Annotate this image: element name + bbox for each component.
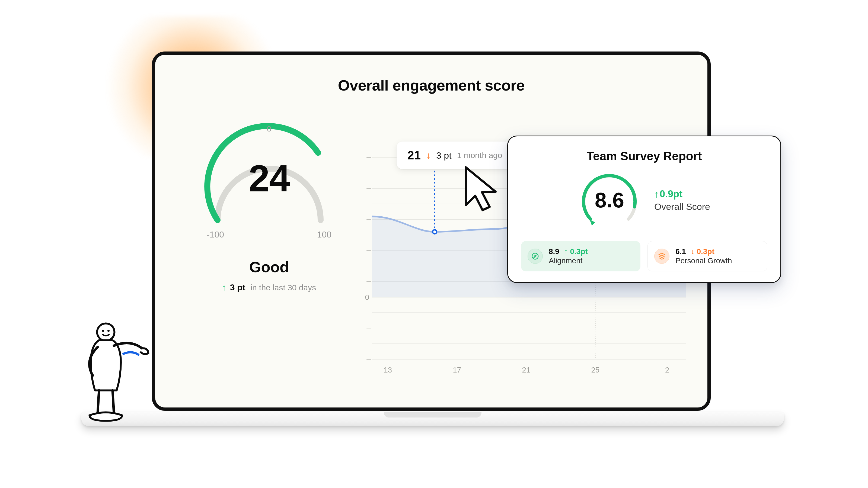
gauge-value: 24: [182, 156, 356, 200]
arrow-down-icon: ↓: [426, 150, 431, 161]
x-tick: 25: [591, 366, 600, 374]
arrow-up-icon: ↑: [222, 283, 226, 292]
metric-value-row: 8.9 ↑ 0.3pt: [549, 247, 588, 256]
arrow-up-icon: ↑: [654, 188, 659, 199]
gauge-max-label: 100: [317, 230, 332, 240]
cursor-icon: [460, 165, 509, 216]
tooltip-time: 1 month ago: [457, 151, 502, 160]
x-tick: 17: [453, 366, 461, 374]
svg-point-25: [532, 253, 538, 259]
metric-value-row: 6.1 ↓ 0.3pt: [675, 247, 732, 256]
gauge-delta-value: 3 pt: [230, 283, 246, 292]
y-zero-label: 0: [365, 293, 369, 301]
page-title: Overall engagement score: [161, 76, 702, 94]
metric-name: Personal Growth: [675, 257, 732, 265]
tooltip-delta: 3 pt: [436, 150, 452, 161]
mascot-person-icon: [73, 320, 155, 428]
arrow-up-icon: ↑ 0.3pt: [564, 247, 588, 256]
gauge-period: in the last 30 days: [250, 283, 316, 292]
engagement-gauge: 0 24 -100 100 Good ↑ 3 pt in the last 30…: [182, 123, 356, 236]
survey-overall-label: Overall Score: [654, 201, 710, 212]
survey-card-title: Team Survey Report: [521, 150, 767, 163]
gauge-delta: ↑ 3 pt in the last 30 days: [182, 283, 356, 293]
survey-metric-row: 8.9 ↑ 0.3pt Alignment 6.1 ↓ 0.3pt Person…: [521, 241, 767, 271]
survey-score-gauge: 8.6: [578, 169, 641, 231]
x-tick: 2: [665, 366, 669, 374]
svg-point-24: [433, 230, 436, 233]
team-survey-card[interactable]: Team Survey Report 8.6 ↑0.9pt Overall Sc…: [507, 135, 781, 283]
survey-overall: ↑0.9pt Overall Score: [654, 188, 710, 212]
tooltip-value: 21: [407, 149, 421, 162]
survey-score-value: 8.6: [578, 169, 641, 231]
metric-card-personal-growth[interactable]: 6.1 ↓ 0.3pt Personal Growth: [648, 241, 767, 271]
gauge-min-label: -100: [207, 230, 224, 240]
survey-score-row: 8.6 ↑0.9pt Overall Score: [521, 169, 767, 231]
gauge-top-label: 0: [182, 124, 356, 133]
survey-overall-delta: ↑0.9pt: [654, 188, 710, 200]
metric-card-alignment[interactable]: 8.9 ↑ 0.3pt Alignment: [521, 241, 641, 271]
svg-point-27: [102, 330, 104, 332]
laptop-base: [82, 412, 784, 426]
laptop-notch: [384, 412, 482, 418]
compass-icon: [528, 249, 543, 264]
svg-point-28: [107, 330, 110, 332]
x-tick: 21: [522, 366, 531, 374]
x-tick: 13: [383, 366, 392, 374]
gauge-caption: Good: [182, 258, 356, 276]
svg-point-26: [97, 323, 115, 341]
metric-name: Alignment: [549, 257, 588, 265]
layers-icon: [654, 249, 670, 264]
arrow-down-icon: ↓ 0.3pt: [691, 247, 714, 256]
